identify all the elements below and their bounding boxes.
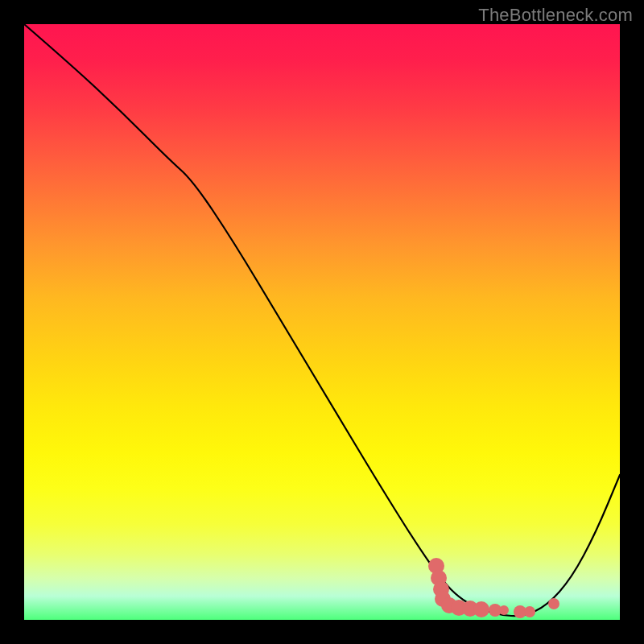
highlight-dot <box>499 605 509 615</box>
bottleneck-curve <box>24 24 620 616</box>
watermark-text: TheBottleneck.com <box>478 5 633 26</box>
highlight-dot <box>548 598 559 609</box>
highlight-dot <box>524 606 535 617</box>
chart-overlay <box>24 24 620 620</box>
highlight-dot <box>473 601 489 617</box>
